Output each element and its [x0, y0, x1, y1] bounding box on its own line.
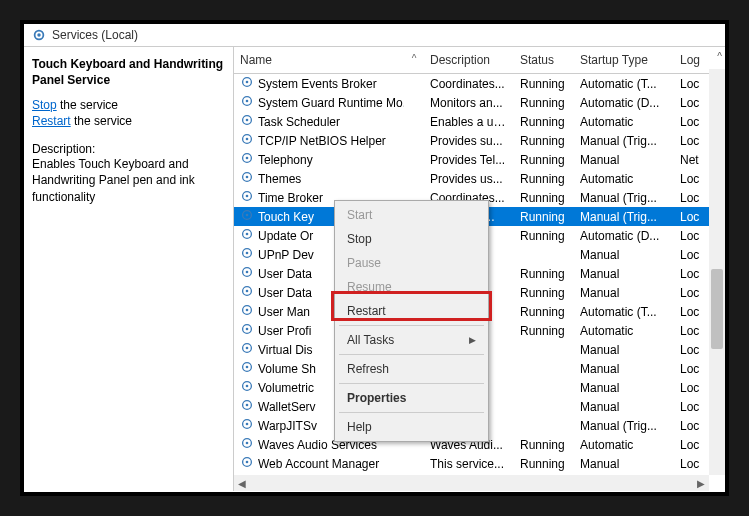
vertical-scrollbar[interactable] [709, 69, 725, 475]
cell-startup: Manual [574, 398, 674, 416]
cell-status: Running [514, 455, 574, 473]
svg-point-23 [246, 271, 249, 274]
col-header-startup[interactable]: Startup Type [574, 51, 674, 69]
cell-name: TCP/IP NetBIOS Helper [234, 130, 404, 151]
service-gear-icon [240, 151, 254, 168]
cell-status [514, 405, 574, 409]
details-pane: Touch Keyboard and Handwriting Panel Ser… [24, 47, 234, 491]
menu-separator [339, 354, 484, 355]
cell-log: Loc [674, 265, 714, 283]
svg-point-29 [246, 328, 249, 331]
menu-refresh[interactable]: Refresh [335, 357, 488, 381]
cell-startup: Manual (Trig... [574, 132, 674, 150]
horizontal-scrollbar[interactable]: ◀ ▶ [234, 475, 709, 491]
cell-description: Provides us... [424, 170, 514, 188]
cell-log: Loc [674, 379, 714, 397]
cell-status: Running [514, 208, 574, 226]
service-name-text: WarpJITSv [258, 419, 317, 433]
svg-point-37 [246, 404, 249, 407]
svg-point-25 [246, 290, 249, 293]
cell-startup: Manual (Trig... [574, 208, 674, 226]
restart-link[interactable]: Restart [32, 114, 71, 128]
cell-startup: Automatic (D... [574, 94, 674, 112]
svg-point-33 [246, 366, 249, 369]
cell-status: Running [514, 322, 574, 340]
cell-description: Enables a us... [424, 113, 514, 131]
col-header-log[interactable]: Log [674, 51, 714, 69]
cell-status: Running [514, 227, 574, 245]
service-gear-icon [240, 170, 254, 187]
col-header-name[interactable]: Name [234, 51, 404, 69]
restart-suffix: the service [71, 114, 132, 128]
service-name-text: UPnP Dev [258, 248, 314, 262]
service-row[interactable]: System Events BrokerCoordinates...Runnin… [234, 74, 725, 93]
service-gear-icon [240, 417, 254, 434]
restart-service-line: Restart the service [32, 114, 225, 128]
menu-stop[interactable]: Stop [335, 227, 488, 251]
stop-service-line: Stop the service [32, 98, 225, 112]
stop-link[interactable]: Stop [32, 98, 57, 112]
cell-log: Loc [674, 360, 714, 378]
service-row[interactable]: TelephonyProvides Tel...RunningManualNet [234, 150, 725, 169]
svg-point-19 [246, 233, 249, 236]
cell-status [514, 424, 574, 428]
cell-startup: Manual [574, 379, 674, 397]
col-header-description[interactable]: Description [424, 51, 514, 69]
cell-description: Monitors an... [424, 94, 514, 112]
menu-properties[interactable]: Properties [335, 386, 488, 410]
stop-suffix: the service [57, 98, 118, 112]
service-row[interactable]: TCP/IP NetBIOS HelperProvides su...Runni… [234, 131, 725, 150]
cell-startup: Manual [574, 265, 674, 283]
service-name-text: Task Scheduler [258, 115, 340, 129]
cell-log: Loc [674, 227, 714, 245]
scroll-left-icon[interactable]: ◀ [238, 478, 246, 489]
cell-status: Running [514, 436, 574, 454]
service-row[interactable]: Web Account ManagerThis service...Runnin… [234, 454, 725, 473]
service-row[interactable]: Task SchedulerEnables a us...RunningAuto… [234, 112, 725, 131]
cell-status [514, 386, 574, 390]
cell-log: Loc [674, 322, 714, 340]
service-gear-icon [240, 303, 254, 320]
svg-point-27 [246, 309, 249, 312]
service-row[interactable]: ThemesProvides us...RunningAutomaticLoc [234, 169, 725, 188]
menu-restart[interactable]: Restart [335, 299, 488, 323]
content: Touch Keyboard and Handwriting Panel Ser… [24, 47, 725, 491]
service-name-text: Themes [258, 172, 301, 186]
cell-log: Loc [674, 398, 714, 416]
service-name-text: WalletServ [258, 400, 316, 414]
cell-startup: Automatic (D... [574, 227, 674, 245]
cell-log: Loc [674, 436, 714, 454]
cell-startup: Manual [574, 151, 674, 169]
cell-description: Coordinates... [424, 75, 514, 93]
scrollbar-thumb[interactable] [711, 269, 723, 349]
cell-log: Loc [674, 170, 714, 188]
scroll-right-icon[interactable]: ▶ [697, 478, 705, 489]
service-row[interactable]: System Guard Runtime Mo...Monitors an...… [234, 93, 725, 112]
service-name-text: Virtual Dis [258, 343, 312, 357]
cell-log: Loc [674, 113, 714, 131]
service-name-text: Time Broker [258, 191, 323, 205]
svg-point-21 [246, 252, 249, 255]
service-gear-icon [240, 455, 254, 472]
menu-all-tasks[interactable]: All Tasks ▶ [335, 328, 488, 352]
cell-status: Running [514, 189, 574, 207]
cell-log: Loc [674, 75, 714, 93]
cell-startup: Manual [574, 360, 674, 378]
cell-status: Running [514, 94, 574, 112]
service-name-text: User Data [258, 286, 312, 300]
service-name-text: Telephony [258, 153, 313, 167]
menu-help[interactable]: Help [335, 415, 488, 439]
cell-startup: Manual [574, 246, 674, 264]
cell-log: Loc [674, 208, 714, 226]
cell-status: Running [514, 303, 574, 321]
svg-point-5 [246, 100, 249, 103]
cell-name: System Guard Runtime Mo... [234, 92, 404, 113]
cell-status: Running [514, 151, 574, 169]
col-header-status[interactable]: Status [514, 51, 574, 69]
service-gear-icon [240, 132, 254, 149]
description-text: Enables Touch Keyboard and Handwriting P… [32, 156, 225, 205]
service-gear-icon [240, 284, 254, 301]
cell-startup: Automatic (T... [574, 303, 674, 321]
service-gear-icon [240, 246, 254, 263]
cell-description: Provides su... [424, 132, 514, 150]
